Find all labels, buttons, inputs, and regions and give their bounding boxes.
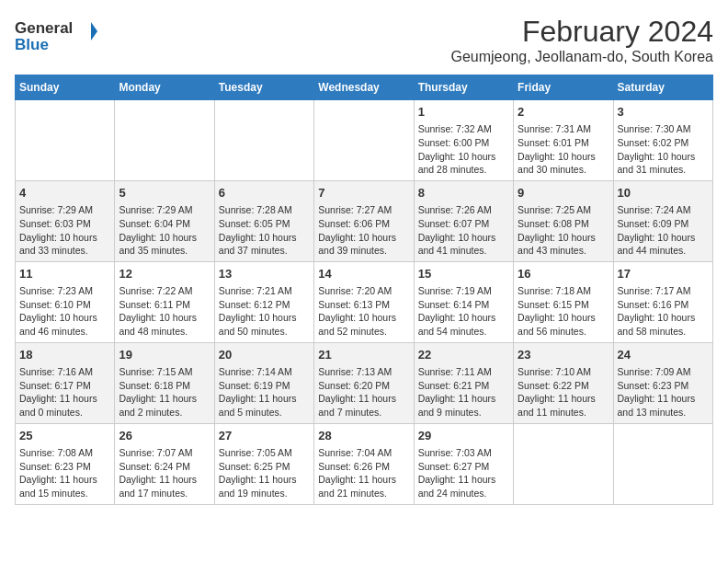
cell-text: Sunrise: 7:32 AM bbox=[418, 122, 509, 136]
cell-text: Sunrise: 7:20 AM bbox=[318, 284, 409, 298]
header-monday: Monday bbox=[115, 75, 214, 100]
cell-text: Sunset: 6:20 PM bbox=[318, 379, 409, 393]
cell-text: Daylight: 10 hours bbox=[518, 150, 609, 164]
cell-text: Sunrise: 7:30 AM bbox=[618, 122, 709, 136]
cell-text: Sunrise: 7:25 AM bbox=[518, 203, 609, 217]
cell-text: Sunset: 6:25 PM bbox=[219, 460, 310, 474]
cell-text: Daylight: 10 hours bbox=[19, 231, 110, 245]
day-number: 22 bbox=[418, 347, 509, 363]
cell-text: Sunset: 6:04 PM bbox=[119, 217, 210, 231]
calendar-week-5: 25Sunrise: 7:08 AMSunset: 6:23 PMDayligh… bbox=[16, 423, 713, 504]
calendar-cell: 22Sunrise: 7:11 AMSunset: 6:21 PMDayligh… bbox=[414, 342, 513, 423]
calendar-cell: 3Sunrise: 7:30 AMSunset: 6:02 PMDaylight… bbox=[613, 100, 712, 181]
calendar-cell: 16Sunrise: 7:18 AMSunset: 6:15 PMDayligh… bbox=[514, 261, 613, 342]
calendar-cell: 20Sunrise: 7:14 AMSunset: 6:19 PMDayligh… bbox=[214, 342, 313, 423]
day-number: 27 bbox=[219, 428, 310, 444]
cell-text: Sunset: 6:09 PM bbox=[618, 217, 709, 231]
cell-text: and 2 minutes. bbox=[119, 406, 210, 419]
cell-text: Daylight: 10 hours bbox=[219, 231, 310, 245]
cell-text: Daylight: 11 hours bbox=[19, 392, 110, 406]
cell-text: Sunrise: 7:31 AM bbox=[518, 122, 609, 136]
calendar-week-2: 4Sunrise: 7:29 AMSunset: 6:03 PMDaylight… bbox=[16, 180, 713, 261]
cell-text: Sunset: 6:00 PM bbox=[418, 136, 509, 150]
cell-text: and 9 minutes. bbox=[418, 406, 509, 419]
cell-text: Sunrise: 7:22 AM bbox=[119, 284, 210, 298]
calendar-cell bbox=[214, 100, 313, 181]
day-number: 4 bbox=[19, 185, 110, 201]
cell-text: and 35 minutes. bbox=[119, 244, 210, 258]
cell-text: Sunset: 6:16 PM bbox=[618, 298, 709, 312]
cell-text: Sunset: 6:03 PM bbox=[19, 217, 110, 231]
cell-text: Daylight: 11 hours bbox=[119, 473, 210, 487]
cell-text: Daylight: 10 hours bbox=[418, 311, 509, 325]
calendar-cell: 1Sunrise: 7:32 AMSunset: 6:00 PMDaylight… bbox=[414, 100, 513, 181]
calendar-cell: 7Sunrise: 7:27 AMSunset: 6:06 PMDaylight… bbox=[314, 180, 414, 261]
day-number: 8 bbox=[418, 185, 509, 201]
cell-text: Sunset: 6:21 PM bbox=[418, 379, 509, 393]
cell-text: and 19 minutes. bbox=[219, 487, 310, 500]
calendar-cell: 19Sunrise: 7:15 AMSunset: 6:18 PMDayligh… bbox=[115, 342, 214, 423]
cell-text: Sunrise: 7:18 AM bbox=[518, 284, 609, 298]
day-number: 24 bbox=[618, 347, 709, 363]
cell-text: Sunrise: 7:29 AM bbox=[119, 203, 210, 217]
cell-text: Sunrise: 7:15 AM bbox=[119, 365, 210, 379]
cell-text: Daylight: 10 hours bbox=[618, 150, 709, 164]
day-number: 2 bbox=[518, 104, 609, 121]
day-number: 15 bbox=[418, 266, 509, 282]
page-title: February 2024 bbox=[450, 15, 713, 49]
cell-text: Sunset: 6:13 PM bbox=[318, 298, 409, 312]
cell-text: Sunrise: 7:14 AM bbox=[219, 365, 310, 379]
day-number: 19 bbox=[119, 347, 210, 363]
cell-text: Daylight: 10 hours bbox=[518, 231, 609, 245]
calendar-cell: 29Sunrise: 7:03 AMSunset: 6:27 PMDayligh… bbox=[414, 423, 513, 504]
cell-text: and 44 minutes. bbox=[618, 244, 709, 258]
cell-text: and 13 minutes. bbox=[618, 406, 709, 419]
cell-text: Sunset: 6:11 PM bbox=[119, 298, 210, 312]
cell-text: Sunset: 6:24 PM bbox=[119, 460, 210, 474]
svg-text:General: General bbox=[15, 19, 73, 37]
cell-text: Daylight: 11 hours bbox=[119, 392, 210, 406]
day-number: 10 bbox=[618, 185, 709, 201]
day-number: 5 bbox=[119, 185, 210, 201]
cell-text: Sunset: 6:08 PM bbox=[518, 217, 609, 231]
calendar-cell: 5Sunrise: 7:29 AMSunset: 6:04 PMDaylight… bbox=[115, 180, 214, 261]
cell-text: Sunset: 6:27 PM bbox=[418, 460, 509, 474]
cell-text: and 11 minutes. bbox=[518, 406, 609, 419]
cell-text: Sunrise: 7:08 AM bbox=[19, 446, 110, 460]
cell-text: Sunrise: 7:24 AM bbox=[618, 203, 709, 217]
calendar-cell: 10Sunrise: 7:24 AMSunset: 6:09 PMDayligh… bbox=[613, 180, 712, 261]
header-friday: Friday bbox=[514, 75, 613, 100]
calendar-cell: 27Sunrise: 7:05 AMSunset: 6:25 PMDayligh… bbox=[214, 423, 313, 504]
calendar-cell: 14Sunrise: 7:20 AMSunset: 6:13 PMDayligh… bbox=[314, 261, 414, 342]
cell-text: and 43 minutes. bbox=[518, 244, 609, 258]
cell-text: Sunset: 6:15 PM bbox=[518, 298, 609, 312]
day-number: 14 bbox=[318, 266, 409, 282]
cell-text: and 31 minutes. bbox=[618, 163, 709, 177]
cell-text: Sunset: 6:05 PM bbox=[219, 217, 310, 231]
day-number: 3 bbox=[618, 104, 709, 121]
calendar-cell bbox=[314, 100, 414, 181]
day-number: 12 bbox=[119, 266, 210, 282]
calendar-cell: 21Sunrise: 7:13 AMSunset: 6:20 PMDayligh… bbox=[314, 342, 414, 423]
cell-text: and 21 minutes. bbox=[318, 487, 409, 500]
day-number: 6 bbox=[219, 185, 310, 201]
cell-text: Daylight: 10 hours bbox=[618, 311, 709, 325]
cell-text: and 7 minutes. bbox=[318, 406, 409, 419]
cell-text: Daylight: 11 hours bbox=[418, 473, 509, 487]
cell-text: and 37 minutes. bbox=[219, 244, 310, 258]
cell-text: and 24 minutes. bbox=[418, 487, 509, 500]
cell-text: Daylight: 11 hours bbox=[19, 473, 110, 487]
cell-text: Sunrise: 7:11 AM bbox=[418, 365, 509, 379]
cell-text: Daylight: 11 hours bbox=[318, 392, 409, 406]
svg-text:Blue: Blue bbox=[15, 36, 49, 53]
calendar-cell: 6Sunrise: 7:28 AMSunset: 6:05 PMDaylight… bbox=[214, 180, 313, 261]
cell-text: Sunrise: 7:04 AM bbox=[318, 446, 409, 460]
logo-svg: General Blue bbox=[15, 15, 97, 56]
cell-text: Sunset: 6:07 PM bbox=[418, 217, 509, 231]
cell-text: Sunset: 6:10 PM bbox=[19, 298, 110, 312]
header-tuesday: Tuesday bbox=[214, 75, 313, 100]
calendar-cell: 23Sunrise: 7:10 AMSunset: 6:22 PMDayligh… bbox=[514, 342, 613, 423]
cell-text: Daylight: 11 hours bbox=[618, 392, 709, 406]
calendar-cell: 24Sunrise: 7:09 AMSunset: 6:23 PMDayligh… bbox=[613, 342, 712, 423]
cell-text: and 5 minutes. bbox=[219, 406, 310, 419]
